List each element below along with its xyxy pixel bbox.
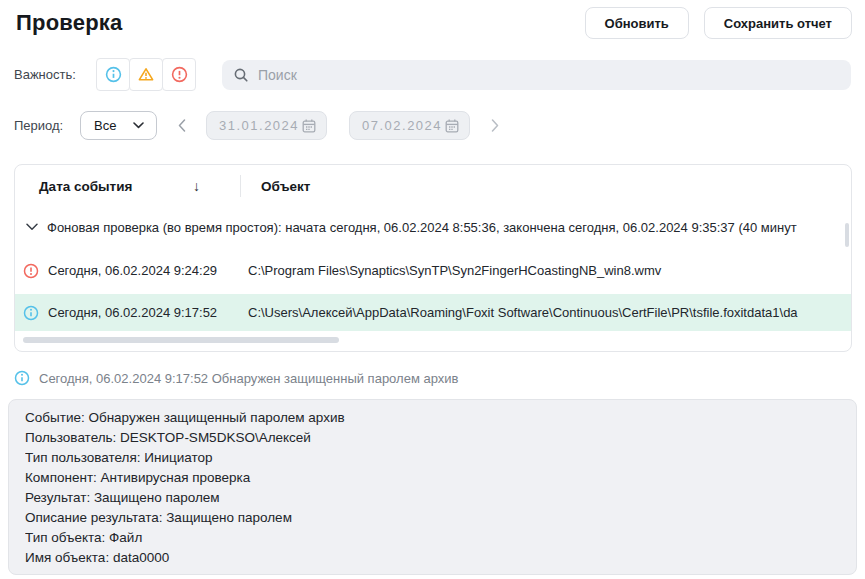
severity-info-button[interactable]: [96, 58, 130, 91]
sort-descending-icon[interactable]: ↓: [193, 178, 200, 194]
detail-line-object-name: Имя объекта: data0000: [25, 548, 840, 568]
column-header-date[interactable]: Дата события: [39, 179, 193, 194]
table-header-row: Дата события ↓ Объект: [15, 165, 851, 207]
search-box[interactable]: [222, 60, 851, 90]
date-to-field[interactable]: 07.02.2024: [349, 111, 470, 140]
chevron-left-icon: [178, 119, 186, 132]
next-period-button[interactable]: [482, 111, 508, 140]
page-title: Проверка: [16, 10, 122, 36]
events-table: Дата события ↓ Объект Фоновая проверка (…: [14, 164, 852, 352]
importance-filter-row: Важность:: [0, 58, 865, 91]
event-details-panel: Событие: Обнаружен защищенный паролем ар…: [8, 399, 857, 575]
column-divider: [240, 175, 241, 197]
table-row-selected[interactable]: Сегодня, 06.02.2024 9:17:52 C:\Users\Але…: [15, 294, 851, 331]
detail-header: Сегодня, 06.02.2024 9:17:52 Обнаружен за…: [14, 370, 851, 386]
detail-line-result-description: Описание результата: Защищено паролем: [25, 508, 840, 528]
event-object: C:\Users\Алексей\AppData\Roaming\Foxit S…: [248, 305, 851, 320]
event-date: Сегодня, 06.02.2024 9:24:29: [48, 263, 248, 278]
search-input[interactable]: [258, 67, 840, 83]
detail-line-result: Результат: Защищено паролем: [25, 488, 840, 508]
importance-label: Важность:: [14, 67, 96, 82]
period-select[interactable]: Все: [80, 111, 157, 140]
critical-icon: [171, 66, 188, 83]
horizontal-scrollbar[interactable]: [23, 337, 339, 343]
severity-filter-group: [96, 58, 195, 91]
event-date: Сегодня, 06.02.2024 9:17:52: [48, 305, 248, 320]
detail-line-user: Пользователь: DESKTOP-SM5DKSO\Алексей: [25, 428, 840, 448]
table-row[interactable]: Сегодня, 06.02.2024 9:24:29 C:\Program F…: [15, 247, 851, 294]
severity-critical-button[interactable]: [162, 58, 196, 91]
calendar-icon: [444, 118, 460, 134]
vertical-scrollbar[interactable]: [845, 223, 849, 247]
detail-line-user-type: Тип пользователя: Инициатор: [25, 448, 840, 468]
detail-line-object-type: Тип объекта: Файл: [25, 528, 840, 548]
period-label: Период:: [14, 118, 70, 133]
critical-icon: [23, 263, 39, 279]
detail-header-text: Сегодня, 06.02.2024 9:17:52 Обнаружен за…: [39, 371, 458, 386]
refresh-button[interactable]: Обновить: [585, 7, 689, 39]
scan-group-row[interactable]: Фоновая проверка (во время простоя): нач…: [15, 207, 851, 247]
info-icon: [23, 305, 39, 321]
page-header: Проверка Обновить Сохранить отчет: [0, 0, 865, 39]
search-icon: [233, 67, 249, 83]
save-report-button[interactable]: Сохранить отчет: [704, 7, 852, 39]
date-from-value: 31.01.2024: [219, 118, 299, 133]
period-filter-row: Период: Все 31.01.2024 07.02.2024: [0, 111, 865, 140]
chevron-right-icon: [491, 119, 499, 132]
info-icon: [14, 370, 30, 386]
chevron-down-icon: [133, 122, 144, 129]
info-icon: [105, 66, 122, 83]
date-from-field[interactable]: 31.01.2024: [206, 111, 327, 140]
event-object: C:\Program Files\Synaptics\SynTP\Syn2Fin…: [248, 263, 851, 278]
calendar-icon: [301, 118, 317, 134]
period-select-value: Все: [94, 118, 116, 133]
group-row-label: Фоновая проверка (во время простоя): нач…: [47, 220, 797, 235]
prev-period-button[interactable]: [169, 111, 195, 140]
detail-line-event: Событие: Обнаружен защищенный паролем ар…: [25, 408, 840, 428]
severity-warning-button[interactable]: [129, 58, 163, 91]
date-to-value: 07.02.2024: [362, 118, 442, 133]
detail-line-component: Компонент: Антивирусная проверка: [25, 468, 840, 488]
warning-icon: [137, 66, 155, 83]
column-header-object[interactable]: Объект: [261, 179, 310, 194]
chevron-expand-icon: [26, 223, 38, 231]
